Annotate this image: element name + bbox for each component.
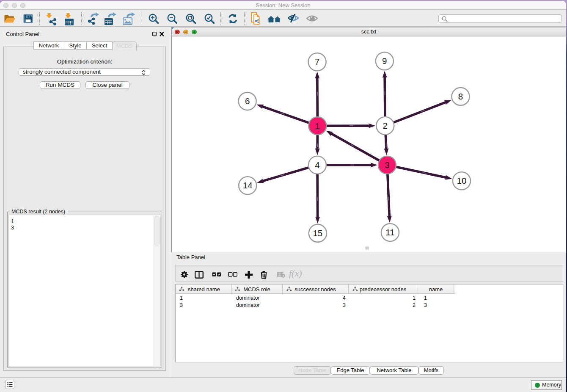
svg-text:11: 11	[385, 227, 394, 237]
svg-text:7: 7	[315, 57, 319, 66]
svg-text:2: 2	[383, 121, 387, 130]
svg-text:15: 15	[313, 228, 322, 238]
svg-text:10: 10	[457, 176, 466, 185]
svg-text:4: 4	[315, 160, 319, 170]
svg-text:6: 6	[245, 96, 250, 106]
svg-text:1: 1	[315, 121, 320, 131]
svg-text:8: 8	[458, 91, 463, 101]
svg-text:9: 9	[382, 56, 387, 66]
svg-text:3: 3	[385, 160, 389, 170]
svg-text:14: 14	[243, 180, 253, 190]
